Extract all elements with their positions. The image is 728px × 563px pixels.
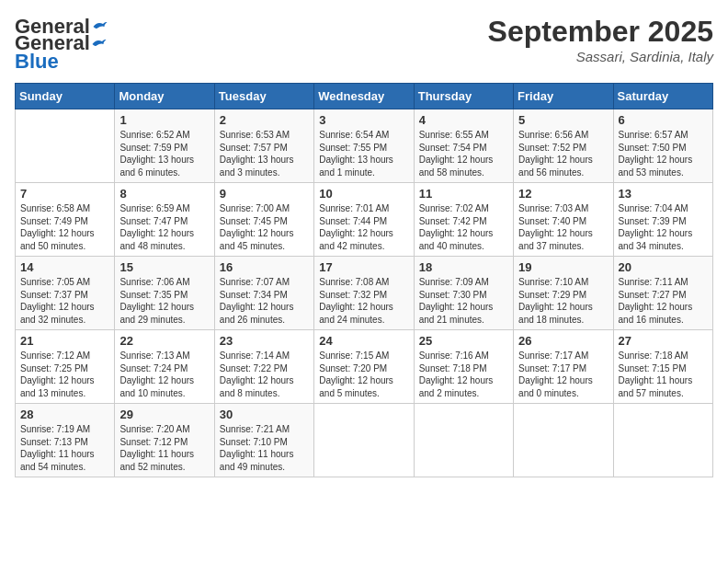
day-info: Sunrise: 7:06 AMSunset: 7:35 PMDaylight:… (119, 276, 209, 326)
day-cell: 13Sunrise: 7:04 AMSunset: 7:39 PMDayligh… (613, 183, 712, 257)
day-cell: 16Sunrise: 7:07 AMSunset: 7:34 PMDayligh… (214, 257, 313, 330)
week-row-4: 21Sunrise: 7:12 AMSunset: 7:25 PMDayligh… (16, 330, 713, 404)
day-cell (314, 404, 414, 477)
day-cell: 25Sunrise: 7:16 AMSunset: 7:18 PMDayligh… (414, 330, 513, 404)
title-block: September 2025 Sassari, Sardinia, Italy (488, 15, 713, 64)
day-info: Sunrise: 6:59 AMSunset: 7:47 PMDaylight:… (119, 202, 209, 252)
day-number: 9 (220, 187, 309, 201)
day-cell (613, 404, 712, 477)
day-number: 4 (419, 113, 508, 127)
day-cell: 10Sunrise: 7:01 AMSunset: 7:44 PMDayligh… (314, 183, 414, 257)
header-row: SundayMondayTuesdayWednesdayThursdayFrid… (16, 84, 713, 109)
day-cell: 30Sunrise: 7:21 AMSunset: 7:10 PMDayligh… (214, 404, 313, 477)
location: Sassari, Sardinia, Italy (488, 49, 713, 64)
day-info: Sunrise: 7:14 AMSunset: 7:22 PMDaylight:… (220, 350, 309, 399)
day-cell: 28Sunrise: 7:19 AMSunset: 7:13 PMDayligh… (16, 404, 115, 477)
day-cell: 7Sunrise: 6:58 AMSunset: 7:49 PMDaylight… (16, 183, 115, 257)
week-row-2: 7Sunrise: 6:58 AMSunset: 7:49 PMDaylight… (16, 183, 713, 257)
page-header: General General Blue September 2025 Sass… (15, 15, 713, 74)
day-info: Sunrise: 7:09 AMSunset: 7:30 PMDaylight:… (419, 276, 508, 326)
day-info: Sunrise: 7:19 AMSunset: 7:13 PMDaylight:… (20, 423, 109, 473)
day-info: Sunrise: 7:01 AMSunset: 7:44 PMDaylight:… (319, 202, 408, 252)
day-number: 27 (619, 334, 708, 348)
day-number: 20 (619, 260, 708, 274)
day-cell: 11Sunrise: 7:02 AMSunset: 7:42 PMDayligh… (414, 183, 513, 257)
day-cell: 19Sunrise: 7:10 AMSunset: 7:29 PMDayligh… (514, 257, 613, 330)
day-info: Sunrise: 7:15 AMSunset: 7:20 PMDaylight:… (319, 350, 408, 399)
week-row-1: 1Sunrise: 6:52 AMSunset: 7:59 PMDaylight… (16, 109, 713, 183)
day-cell: 15Sunrise: 7:06 AMSunset: 7:35 PMDayligh… (115, 257, 214, 330)
day-cell: 2Sunrise: 6:53 AMSunset: 7:57 PMDaylight… (214, 109, 313, 183)
day-number: 26 (518, 334, 608, 348)
header-wednesday: Wednesday (314, 84, 414, 109)
day-number: 24 (319, 334, 408, 348)
day-number: 12 (518, 187, 608, 201)
day-number: 2 (220, 113, 309, 127)
week-row-3: 14Sunrise: 7:05 AMSunset: 7:37 PMDayligh… (16, 257, 713, 330)
day-number: 22 (119, 334, 209, 348)
day-number: 19 (518, 260, 608, 274)
day-number: 23 (220, 334, 309, 348)
logo: General General Blue (15, 15, 108, 74)
day-cell: 17Sunrise: 7:08 AMSunset: 7:32 PMDayligh… (314, 257, 414, 330)
day-cell: 8Sunrise: 6:59 AMSunset: 7:47 PMDaylight… (115, 183, 214, 257)
day-info: Sunrise: 7:07 AMSunset: 7:34 PMDaylight:… (220, 276, 309, 326)
day-number: 6 (619, 113, 708, 127)
day-info: Sunrise: 7:02 AMSunset: 7:42 PMDaylight:… (419, 202, 508, 252)
calendar-table: SundayMondayTuesdayWednesdayThursdayFrid… (15, 83, 713, 477)
day-cell: 1Sunrise: 6:52 AMSunset: 7:59 PMDaylight… (115, 109, 214, 183)
day-info: Sunrise: 7:10 AMSunset: 7:29 PMDaylight:… (518, 276, 608, 326)
day-info: Sunrise: 7:08 AMSunset: 7:32 PMDaylight:… (319, 276, 408, 326)
day-cell: 14Sunrise: 7:05 AMSunset: 7:37 PMDayligh… (16, 257, 115, 330)
day-number: 7 (20, 187, 109, 201)
day-number: 30 (220, 408, 309, 421)
day-info: Sunrise: 7:05 AMSunset: 7:37 PMDaylight:… (20, 276, 109, 326)
day-cell (514, 404, 613, 477)
day-info: Sunrise: 7:20 AMSunset: 7:12 PMDaylight:… (119, 423, 209, 473)
day-number: 18 (419, 260, 508, 274)
calendar-header: SundayMondayTuesdayWednesdayThursdayFrid… (16, 84, 713, 109)
day-info: Sunrise: 6:52 AMSunset: 7:59 PMDaylight:… (119, 129, 209, 178)
day-cell: 29Sunrise: 7:20 AMSunset: 7:12 PMDayligh… (115, 404, 214, 477)
day-cell: 3Sunrise: 6:54 AMSunset: 7:55 PMDaylight… (314, 109, 414, 183)
day-info: Sunrise: 6:55 AMSunset: 7:54 PMDaylight:… (419, 129, 508, 178)
day-info: Sunrise: 7:21 AMSunset: 7:10 PMDaylight:… (220, 423, 309, 473)
day-number: 28 (20, 408, 109, 421)
day-cell: 12Sunrise: 7:03 AMSunset: 7:40 PMDayligh… (514, 183, 613, 257)
day-info: Sunrise: 7:12 AMSunset: 7:25 PMDaylight:… (20, 350, 109, 399)
header-saturday: Saturday (613, 84, 712, 109)
day-number: 15 (119, 260, 209, 274)
day-info: Sunrise: 6:56 AMSunset: 7:52 PMDaylight:… (518, 129, 608, 178)
day-info: Sunrise: 6:58 AMSunset: 7:49 PMDaylight:… (20, 202, 109, 252)
day-info: Sunrise: 7:04 AMSunset: 7:39 PMDaylight:… (619, 202, 708, 252)
day-info: Sunrise: 7:03 AMSunset: 7:40 PMDaylight:… (518, 202, 608, 252)
day-info: Sunrise: 7:17 AMSunset: 7:17 PMDaylight:… (518, 350, 608, 399)
day-number: 3 (319, 113, 408, 127)
day-info: Sunrise: 7:16 AMSunset: 7:18 PMDaylight:… (419, 350, 508, 399)
day-cell: 23Sunrise: 7:14 AMSunset: 7:22 PMDayligh… (214, 330, 313, 404)
header-monday: Monday (115, 84, 214, 109)
day-cell: 20Sunrise: 7:11 AMSunset: 7:27 PMDayligh… (613, 257, 712, 330)
day-cell: 27Sunrise: 7:18 AMSunset: 7:15 PMDayligh… (613, 330, 712, 404)
day-number: 14 (20, 260, 109, 274)
week-row-5: 28Sunrise: 7:19 AMSunset: 7:13 PMDayligh… (16, 404, 713, 477)
day-cell: 4Sunrise: 6:55 AMSunset: 7:54 PMDaylight… (414, 109, 513, 183)
logo-blue: Blue (15, 50, 59, 73)
day-number: 11 (419, 187, 508, 201)
header-sunday: Sunday (16, 84, 115, 109)
day-info: Sunrise: 7:18 AMSunset: 7:15 PMDaylight:… (619, 350, 708, 399)
day-number: 10 (319, 187, 408, 201)
day-cell: 9Sunrise: 7:00 AMSunset: 7:45 PMDaylight… (214, 183, 313, 257)
day-info: Sunrise: 6:54 AMSunset: 7:55 PMDaylight:… (319, 129, 408, 178)
header-friday: Friday (514, 84, 613, 109)
day-number: 29 (119, 408, 209, 421)
calendar-body: 1Sunrise: 6:52 AMSunset: 7:59 PMDaylight… (16, 109, 713, 477)
day-info: Sunrise: 6:57 AMSunset: 7:50 PMDaylight:… (619, 129, 708, 178)
day-cell: 5Sunrise: 6:56 AMSunset: 7:52 PMDaylight… (514, 109, 613, 183)
day-info: Sunrise: 7:00 AMSunset: 7:45 PMDaylight:… (220, 202, 309, 252)
day-number: 8 (119, 187, 209, 201)
month-title: September 2025 (488, 15, 713, 49)
day-number: 5 (518, 113, 608, 127)
day-number: 1 (119, 113, 209, 127)
day-number: 16 (220, 260, 309, 274)
